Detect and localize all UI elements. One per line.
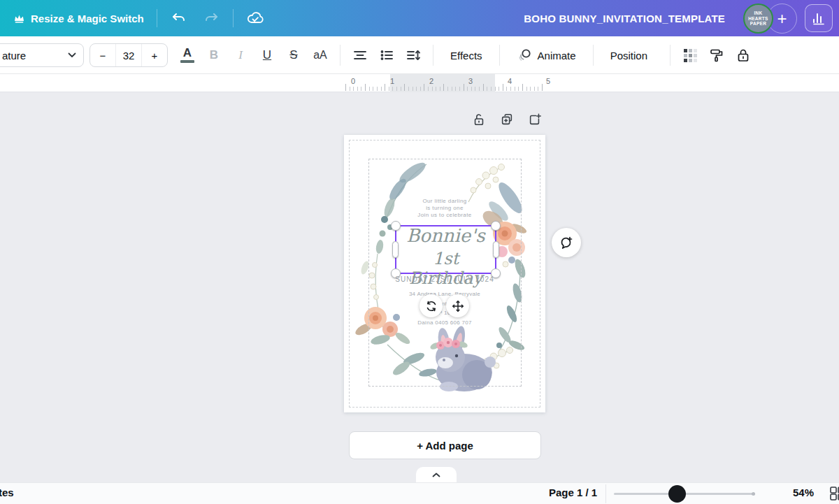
bullet-list-button[interactable] bbox=[375, 43, 398, 67]
add-page-label: + Add page bbox=[417, 440, 473, 452]
alignment-button[interactable] bbox=[349, 43, 371, 67]
avatar-line: HEARTS bbox=[748, 16, 768, 22]
ruler-tick-label: 1 bbox=[390, 77, 394, 85]
copy-style-button[interactable] bbox=[705, 43, 728, 67]
add-page-icon bbox=[528, 113, 542, 127]
status-bar: Notes Page 1 / 1 54% bbox=[0, 482, 839, 504]
paint-roller-icon bbox=[709, 48, 724, 63]
name-text[interactable]: Bonnie's bbox=[396, 225, 495, 246]
animate-button[interactable]: Animate bbox=[508, 43, 585, 67]
toolbar-separator bbox=[433, 45, 433, 66]
resize-handle-top-right[interactable] bbox=[491, 221, 501, 231]
zoom-slider-knob[interactable] bbox=[668, 485, 686, 503]
topbar-separator bbox=[233, 9, 234, 27]
font-size-increase-button[interactable]: + bbox=[142, 44, 167, 66]
text-color-swatch bbox=[180, 60, 194, 63]
redo-icon bbox=[203, 10, 220, 27]
toolbar-separator bbox=[340, 45, 340, 66]
resize-label: Resize & Magic Switch bbox=[31, 13, 144, 24]
toolbar-separator bbox=[593, 45, 594, 66]
resize-handle-top-left[interactable] bbox=[391, 221, 401, 231]
top-bar: Resize & Magic Switch BOHO BUNNY_INVITAT… bbox=[0, 0, 839, 36]
rotate-icon bbox=[425, 300, 438, 312]
document-title[interactable]: BOHO BUNNY_INVITATION_TEMPLATE bbox=[524, 0, 725, 36]
ruler-ticks bbox=[345, 84, 544, 91]
intro-line: Join us to celebrate bbox=[344, 212, 545, 219]
plus-icon: + bbox=[777, 9, 787, 29]
date-text[interactable]: SUNDAY 21ST JULY 2024 bbox=[344, 275, 545, 283]
save-status-button[interactable] bbox=[239, 0, 271, 36]
move-handle-button[interactable] bbox=[446, 294, 469, 317]
collapse-panel-tab[interactable] bbox=[416, 467, 457, 482]
avatar-line: PAPER bbox=[750, 21, 766, 27]
move-icon bbox=[452, 300, 464, 312]
ruler-tick-label: 5 bbox=[546, 77, 550, 85]
transparency-checkerboard-icon bbox=[683, 48, 697, 62]
detail-line: RSVP 16 July bbox=[344, 308, 545, 318]
comment-plus-icon bbox=[559, 235, 574, 250]
canvas-workspace: Our little darling is turning one Join u… bbox=[0, 92, 839, 482]
underline-button[interactable]: U bbox=[256, 43, 278, 67]
resize-handle-left[interactable] bbox=[392, 241, 399, 258]
lock-button[interactable] bbox=[732, 43, 754, 67]
resize-handle-right[interactable] bbox=[493, 241, 499, 258]
effects-button[interactable]: Effects bbox=[442, 43, 491, 67]
insights-button[interactable] bbox=[805, 4, 833, 32]
lock-page-button[interactable] bbox=[470, 110, 488, 129]
text-color-label: A bbox=[183, 48, 192, 59]
ruler-tick-label: 2 bbox=[429, 77, 433, 85]
ruler-tick-label: 4 bbox=[508, 77, 512, 85]
undo-button[interactable] bbox=[163, 0, 195, 36]
detail-line: Mountview bbox=[344, 299, 545, 309]
line-spacing-icon bbox=[406, 48, 421, 63]
undo-icon bbox=[171, 10, 187, 27]
crown-icon bbox=[14, 14, 24, 23]
italic-button[interactable]: I bbox=[229, 43, 252, 67]
font-name-label: ature bbox=[2, 50, 26, 62]
zoom-percent-label: 54% bbox=[775, 487, 814, 498]
rotate-handle-button[interactable] bbox=[420, 294, 443, 317]
notes-button[interactable]: Notes bbox=[0, 487, 14, 498]
detail-line: Daina 0405 606 707 bbox=[344, 318, 545, 328]
detail-line: 34 Andrea Lane, Berryvale bbox=[344, 289, 545, 299]
horizontal-ruler: 0 1 2 3 4 5 bbox=[0, 74, 839, 92]
text-color-button[interactable]: A bbox=[176, 43, 199, 67]
text-case-button[interactable]: aA bbox=[309, 43, 331, 67]
chevron-up-icon bbox=[432, 473, 440, 477]
font-size-decrease-button[interactable]: − bbox=[90, 44, 115, 66]
zoom-slider[interactable] bbox=[614, 483, 755, 504]
add-page-button[interactable]: + Add page bbox=[349, 431, 541, 459]
unlock-icon bbox=[472, 113, 486, 127]
line-spacing-button[interactable] bbox=[402, 43, 424, 67]
strikethrough-button[interactable]: S bbox=[282, 43, 305, 67]
bold-button[interactable]: B bbox=[203, 43, 225, 67]
transparency-button[interactable] bbox=[679, 43, 701, 67]
avatar[interactable]: INK HEARTS PAPER bbox=[743, 3, 773, 34]
font-size-stepper: − 32 + bbox=[89, 43, 168, 67]
grid-view-icon bbox=[829, 486, 839, 501]
toolbar-separator bbox=[499, 45, 500, 66]
details-text-block[interactable]: 34 Andrea Lane, Berryvale Mountview RSVP… bbox=[344, 289, 545, 327]
animate-label: Animate bbox=[538, 50, 576, 62]
statusbar-separator bbox=[605, 484, 606, 503]
topbar-separator bbox=[157, 9, 157, 27]
position-button[interactable]: Position bbox=[602, 43, 656, 67]
font-size-value[interactable]: 32 bbox=[115, 44, 142, 66]
grid-view-button[interactable] bbox=[829, 486, 839, 501]
add-comment-button[interactable] bbox=[552, 228, 581, 257]
resize-magic-switch-button[interactable]: Resize & Magic Switch bbox=[0, 0, 157, 36]
page-indicator: Page 1 / 1 bbox=[549, 487, 597, 498]
add-page-icon-button[interactable] bbox=[526, 110, 544, 129]
selected-text-box[interactable]: Bonnie's 1st Birthday bbox=[395, 225, 496, 274]
font-family-select[interactable]: ature bbox=[0, 43, 84, 67]
intro-text-block[interactable]: Our little darling is turning one Join u… bbox=[344, 198, 545, 219]
toolbar-separator bbox=[670, 45, 671, 66]
redo-button[interactable] bbox=[195, 0, 227, 36]
animate-icon bbox=[517, 48, 532, 63]
bar-chart-icon bbox=[811, 10, 826, 26]
ruler-tick-label: 0 bbox=[351, 77, 355, 85]
duplicate-page-button[interactable] bbox=[498, 110, 516, 129]
ruler-tick-label: 3 bbox=[468, 77, 473, 85]
duplicate-page-icon bbox=[500, 113, 514, 127]
design-page[interactable]: Our little darling is turning one Join u… bbox=[344, 135, 545, 412]
